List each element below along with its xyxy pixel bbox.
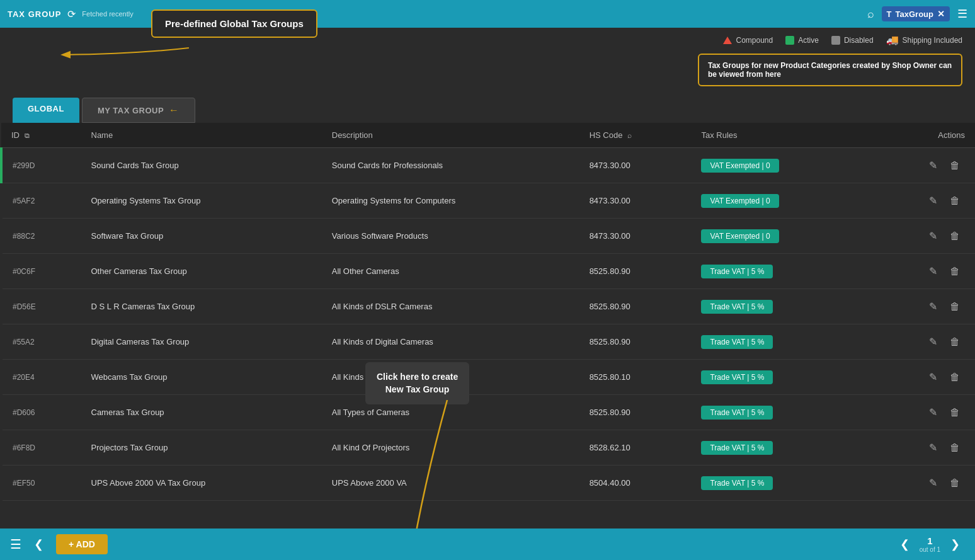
cell-actions: ✎ 🗑 — [866, 395, 975, 430]
edit-button[interactable]: ✎ — [924, 227, 942, 244]
copy-icon[interactable]: ⧉ — [25, 132, 30, 139]
tab-global-label: GLOBAL — [28, 104, 64, 113]
compound-icon — [723, 37, 732, 44]
edit-button[interactable]: ✎ — [924, 157, 942, 174]
cell-actions: ✎ 🗑 — [866, 219, 975, 254]
top-bar-right: ⌕ T TaxGroup ✕ ☰ — [867, 6, 967, 21]
fetched-label: Fetched recently — [82, 10, 133, 18]
cell-id: #D56E — [1, 289, 81, 324]
bottom-right: ❮ 1 out of 1 ❯ — [895, 535, 965, 554]
top-bar-left: TAX GROUP ⟳ Fetched recently — [8, 8, 134, 20]
tax-groups-table: ID ⧉ Name Description HS Code ⌕ Tax Rule… — [0, 123, 975, 501]
cell-actions: ✎ 🗑 — [866, 324, 975, 360]
cell-hs-code: 8525.80.10 — [579, 360, 692, 395]
out-of-label: out of 1 — [920, 546, 940, 553]
prev-nav-button[interactable]: ❮ — [895, 535, 915, 554]
delete-button[interactable]: 🗑 — [945, 440, 965, 456]
delete-button[interactable]: 🗑 — [945, 475, 965, 491]
legend-shipping: 🚚 Shipping Included — [886, 34, 962, 46]
global-callout-text: Pre-defined Global Tax Groups — [165, 18, 304, 29]
cell-name: Sound Cards Tax Group — [81, 148, 322, 183]
cell-id: #20E4 — [1, 360, 81, 395]
table-row: #299D Sound Cards Tax Group Sound Cards … — [1, 148, 975, 183]
tab-mytaxgroup-label: MY TAX GROUP — [98, 106, 164, 115]
search-icon[interactable]: ⌕ — [867, 8, 874, 21]
tab-global[interactable]: GLOBAL — [13, 98, 79, 123]
cell-name: Webcams Tax Group — [81, 360, 322, 395]
cell-hs-code: 8528.62.10 — [579, 430, 692, 466]
cell-tax-rule: Trade VAT | 5 % — [691, 254, 866, 289]
user-badge[interactable]: T TaxGroup ✕ — [882, 6, 950, 21]
edit-button[interactable]: ✎ — [924, 192, 942, 209]
page-number: 1 — [927, 535, 932, 546]
cell-actions: ✎ 🗑 — [866, 430, 975, 466]
delete-button[interactable]: 🗑 — [945, 404, 965, 421]
prev-page-button[interactable]: ❮ — [29, 535, 48, 554]
cell-actions: ✎ 🗑 — [866, 360, 975, 395]
cell-id: #5AF2 — [1, 183, 81, 219]
app-title: TAX GROUP — [8, 9, 61, 19]
cell-hs-code: 8473.30.00 — [579, 148, 692, 183]
cell-actions: ✎ 🗑 — [866, 289, 975, 324]
global-callout-box: Pre-defined Global Tax Groups — [151, 9, 317, 38]
delete-button[interactable]: 🗑 — [945, 263, 965, 280]
add-button[interactable]: + ADD — [56, 534, 108, 554]
cell-name: D S L R Cameras Tax Group — [81, 289, 322, 324]
refresh-icon[interactable]: ⟳ — [67, 8, 76, 20]
user-initial: T — [887, 9, 892, 19]
cell-name: Operating Systems Tax Group — [81, 183, 322, 219]
cell-description: All Types of Cameras — [322, 395, 579, 430]
cell-hs-code: 8473.30.00 — [579, 219, 692, 254]
active-icon — [785, 36, 794, 45]
delete-button[interactable]: 🗑 — [945, 193, 965, 209]
edit-button[interactable]: ✎ — [924, 369, 942, 386]
cell-id: #EF50 — [1, 466, 81, 501]
edit-button[interactable]: ✎ — [924, 333, 942, 350]
edit-button[interactable]: ✎ — [924, 439, 942, 456]
cell-name: Projectors Tax Group — [81, 430, 322, 466]
tab-my-tax-group[interactable]: MY TAX GROUP ← — [82, 98, 195, 123]
table-row: #20E4 Webcams Tax Group All Kinds of Web… — [1, 360, 975, 395]
col-name: Name — [81, 123, 322, 148]
cell-id: #6F8D — [1, 430, 81, 466]
next-nav-button[interactable]: ❯ — [945, 535, 965, 554]
bottom-left: ☰ ❮ + ADD — [10, 534, 108, 554]
col-description: Description — [322, 123, 579, 148]
cell-description: All Kinds of DSLR Cameras — [322, 289, 579, 324]
hamburger-icon[interactable]: ☰ — [10, 537, 21, 552]
cell-description: All Kinds of Webcams — [322, 360, 579, 395]
table-container[interactable]: ID ⧉ Name Description HS Code ⌕ Tax Rule… — [0, 123, 975, 529]
delete-button[interactable]: 🗑 — [945, 157, 965, 174]
mytax-callout-text: Tax Groups for new Product Categories cr… — [708, 61, 952, 79]
delete-button[interactable]: 🗑 — [945, 369, 965, 386]
col-hs-code: HS Code ⌕ — [579, 123, 692, 148]
col-id: ID ⧉ — [1, 123, 81, 148]
edit-button[interactable]: ✎ — [924, 263, 942, 280]
col-tax-rules: Tax Rules — [691, 123, 866, 148]
cell-hs-code: 8504.40.00 — [579, 466, 692, 501]
edit-button[interactable]: ✎ — [924, 404, 942, 421]
delete-button[interactable]: 🗑 — [945, 228, 965, 244]
cell-tax-rule: Trade VAT | 5 % — [691, 324, 866, 360]
cell-hs-code: 8473.30.00 — [579, 183, 692, 219]
legend-bar: Compound Active Disabled 🚚 Shipping Incl… — [0, 28, 975, 52]
table-row: #6F8D Projectors Tax Group All Kind Of P… — [1, 430, 975, 466]
legend-disabled-label: Disabled — [844, 36, 874, 45]
arrow-indicator-icon: ← — [169, 105, 180, 116]
cell-id: #299D — [1, 148, 81, 183]
cell-hs-code: 8525.80.90 — [579, 395, 692, 430]
user-close-icon[interactable]: ✕ — [937, 9, 945, 19]
cell-tax-rule: VAT Exempted | 0 — [691, 219, 866, 254]
hs-search-icon[interactable]: ⌕ — [627, 131, 632, 140]
cell-actions: ✎ 🗑 — [866, 183, 975, 219]
page-info: 1 out of 1 — [920, 535, 940, 553]
delete-button[interactable]: 🗑 — [945, 334, 965, 350]
edit-button[interactable]: ✎ — [924, 298, 942, 315]
edit-button[interactable]: ✎ — [924, 474, 942, 491]
delete-button[interactable]: 🗑 — [945, 299, 965, 315]
cell-tax-rule: Trade VAT | 5 % — [691, 289, 866, 324]
cell-tax-rule: Trade VAT | 5 % — [691, 360, 866, 395]
menu-lines-icon[interactable]: ☰ — [957, 7, 967, 21]
mytax-callout-box: Tax Groups for new Product Categories cr… — [698, 54, 962, 86]
legend-disabled: Disabled — [831, 36, 874, 45]
